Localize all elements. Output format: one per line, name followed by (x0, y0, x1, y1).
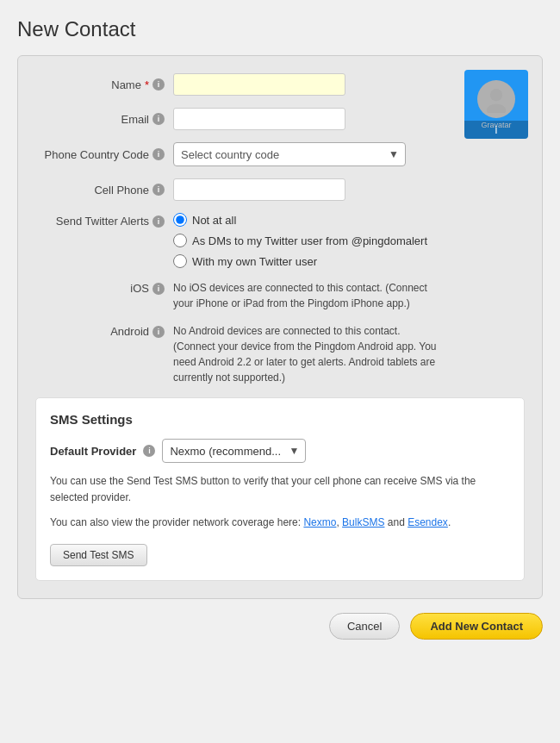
name-label: Name* i (35, 78, 173, 91)
sms-desc1: You can use the Send Test SMS button to … (50, 473, 510, 506)
ios-label: iOS i (35, 280, 173, 295)
sms-link-nexmo[interactable]: Nexmo (303, 516, 336, 528)
ios-row: iOS i No iOS devices are connected to th… (35, 280, 525, 311)
twitter-radio-group: Not at all As DMs to my Twitter user fro… (173, 213, 427, 268)
android-info-text: No Android devices are connected to this… (173, 323, 440, 385)
avatar-info-button[interactable]: i (464, 121, 528, 139)
twitter-alerts-row: Send Twitter Alerts i Not at all As DMs … (35, 213, 525, 268)
cell-phone-input[interactable] (173, 178, 345, 201)
svg-point-0 (490, 89, 502, 101)
avatar-image (477, 80, 515, 118)
twitter-alerts-label: Send Twitter Alerts i (35, 213, 173, 228)
form-card: Gravatar i Name* i Email i Phone Country… (17, 55, 543, 599)
twitter-radio-dm[interactable] (173, 234, 187, 247)
email-label: Email i (35, 113, 173, 126)
sms-link-bulksms[interactable]: BulkSMS (342, 516, 384, 528)
twitter-alerts-info-icon[interactable]: i (152, 215, 165, 228)
name-info-icon[interactable]: i (152, 78, 165, 91)
sms-title: SMS Settings (50, 412, 510, 427)
sms-provider-info-icon[interactable]: i (143, 445, 155, 457)
twitter-option-dm[interactable]: As DMs to my Twitter user from @pingdoma… (173, 234, 427, 247)
phone-country-row: Phone Country Code i Select country code… (35, 142, 525, 166)
android-info-icon[interactable]: i (152, 326, 165, 338)
sms-provider-label: Default Provider (50, 445, 136, 458)
phone-country-select-wrap: Select country code ▼ (173, 142, 406, 166)
footer: Cancel Add New Contact (17, 613, 543, 640)
email-row: Email i (35, 108, 525, 130)
email-info-icon[interactable]: i (152, 113, 165, 125)
name-row: Name* i (35, 73, 525, 96)
twitter-radio-own[interactable] (173, 254, 187, 268)
sms-provider-row: Default Provider i Nexmo (recommend... ▼ (50, 439, 510, 463)
sms-section: SMS Settings Default Provider i Nexmo (r… (35, 397, 525, 581)
twitter-radio-none[interactable] (173, 213, 187, 227)
sms-desc2: You can also view the provider network c… (50, 515, 510, 531)
sms-provider-select-wrap: Nexmo (recommend... ▼ (162, 439, 306, 463)
cell-phone-row: Cell Phone i (35, 178, 525, 201)
cell-phone-info-icon[interactable]: i (152, 184, 165, 196)
ios-info-icon[interactable]: i (152, 283, 165, 295)
page-title: New Contact (17, 17, 543, 41)
send-test-sms-button[interactable]: Send Test SMS (50, 544, 147, 566)
email-input[interactable] (173, 108, 345, 130)
android-row: Android i No Android devices are connect… (35, 323, 525, 385)
twitter-option-own[interactable]: With my own Twitter user (173, 254, 427, 268)
android-label: Android i (35, 323, 173, 338)
phone-country-select[interactable]: Select country code (173, 142, 406, 166)
avatar[interactable]: Gravatar i (464, 70, 528, 139)
twitter-option-none[interactable]: Not at all (173, 213, 427, 227)
sms-link-esendex[interactable]: Esendex (408, 516, 448, 528)
add-new-contact-button[interactable]: Add New Contact (410, 613, 543, 640)
cancel-button[interactable]: Cancel (329, 613, 400, 640)
sms-provider-select[interactable]: Nexmo (recommend... (162, 439, 306, 463)
phone-country-label: Phone Country Code i (35, 148, 173, 161)
name-input[interactable] (173, 73, 345, 96)
phone-country-info-icon[interactable]: i (152, 148, 165, 160)
cell-phone-label: Cell Phone i (35, 184, 173, 197)
svg-point-1 (487, 103, 506, 112)
ios-info-text: No iOS devices are connected to this con… (173, 280, 440, 311)
